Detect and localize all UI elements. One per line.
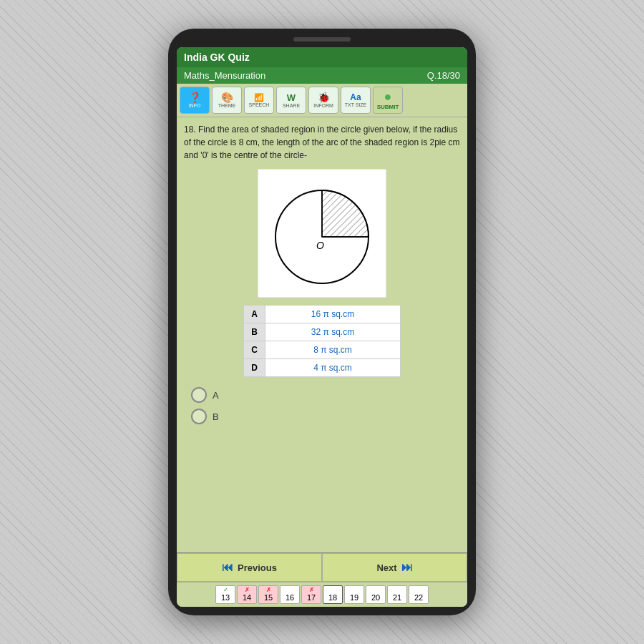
svg-text:O: O [316, 240, 324, 251]
question-numbers-bar: ✓ 13 ✗ 14 ✗ 15 16 ✗ 17 18 19 [177, 582, 467, 607]
option-c-letter: C [244, 341, 265, 359]
phone-screen: India GK Quiz Maths_Mensuration Q.18/30 … [177, 47, 467, 607]
submit-label: SUBMIT [377, 104, 399, 110]
next-label: Next [376, 562, 396, 573]
qnum-18[interactable]: 18 [323, 585, 343, 604]
speech-label: SPEECH [249, 102, 270, 107]
option-b-value: 32 π sq.cm [265, 323, 401, 341]
options-table: A 16 π sq.cm B 32 π sq.cm C 8 π sq.cm D … [243, 305, 401, 377]
qnum-13[interactable]: ✓ 13 [215, 585, 235, 604]
title-bar: India GK Quiz [177, 47, 467, 67]
theme-button[interactable]: 🎨 THEME [212, 87, 242, 114]
next-icon: ⏭ [401, 561, 413, 574]
subtitle-text: Maths_Mensuration [184, 70, 265, 81]
option-b-letter: B [244, 323, 265, 341]
qnum-20[interactable]: 20 [366, 585, 386, 604]
submit-icon: ● [384, 90, 392, 103]
radio-row-a: A [191, 387, 453, 403]
question-text: 18. Find the area of shaded region in th… [184, 123, 460, 162]
info-icon: ❓ [189, 92, 201, 102]
info-button[interactable]: ❓ INFO [180, 87, 210, 114]
qnum-14[interactable]: ✗ 14 [237, 585, 257, 604]
submit-button[interactable]: ● SUBMIT [373, 87, 403, 114]
option-d-letter: D [244, 359, 265, 377]
table-row: A 16 π sq.cm [244, 306, 401, 323]
qnum-21-num: 21 [393, 593, 401, 602]
txtsize-label: TXT SIZE [345, 102, 367, 107]
circle-svg: O [258, 169, 386, 298]
share-label: SHARE [283, 103, 300, 108]
table-row: C 8 π sq.cm [244, 341, 401, 359]
qnum-14-mark: ✗ [245, 587, 250, 593]
qnum-13-num: 13 [221, 593, 230, 602]
table-row: D 4 π sq.cm [244, 359, 401, 377]
previous-icon: ⏮ [222, 561, 233, 574]
option-a-value: 16 π sq.cm [265, 306, 401, 323]
qnum-16-num: 16 [286, 593, 294, 602]
radio-options: A B [184, 384, 460, 433]
qnum-15-mark: ✗ [266, 587, 271, 593]
qnum-17-mark: ✗ [309, 587, 314, 593]
qnum-22[interactable]: 22 [409, 585, 429, 604]
subtitle-bar: Maths_Mensuration Q.18/30 [177, 67, 467, 84]
inform-label: INFORM [313, 103, 333, 108]
qnum-13-mark: ✓ [223, 587, 228, 593]
qnum-17[interactable]: ✗ 17 [301, 585, 321, 604]
question-counter: Q.18/30 [427, 70, 460, 81]
share-button[interactable]: W SHARE [276, 87, 306, 114]
qnum-15[interactable]: ✗ 15 [258, 585, 278, 604]
theme-label: THEME [218, 103, 236, 108]
txtsize-button[interactable]: Aa TXT SIZE [341, 87, 371, 114]
option-d-value: 4 π sq.cm [265, 359, 401, 377]
radio-a-label: A [213, 390, 219, 401]
txtsize-icon: Aa [350, 93, 361, 102]
qnum-17-num: 17 [307, 593, 316, 602]
inform-icon: 🐞 [318, 92, 330, 102]
qnum-19-num: 19 [350, 593, 358, 602]
toolbar: ❓ INFO 🎨 THEME 📶 SPEECH W SHARE 🐞 INFORM… [177, 84, 467, 117]
radio-b[interactable] [191, 409, 207, 424]
qnum-21[interactable]: 21 [387, 585, 407, 604]
radio-row-b: B [191, 409, 453, 424]
share-icon: W [287, 93, 296, 102]
next-button[interactable]: Next ⏭ [322, 553, 467, 582]
qnum-15-num: 15 [264, 593, 273, 602]
option-a-letter: A [244, 306, 265, 323]
radio-b-label: B [213, 411, 219, 422]
speech-button[interactable]: 📶 SPEECH [244, 87, 274, 114]
previous-label: Previous [238, 562, 277, 573]
radio-a[interactable] [191, 387, 207, 403]
qnum-20-num: 20 [371, 593, 380, 602]
app-title: India GK Quiz [184, 52, 250, 63]
phone-frame: India GK Quiz Maths_Mensuration Q.18/30 … [168, 29, 476, 615]
circle-diagram: O [184, 169, 460, 298]
nav-bar: ⏮ Previous Next ⏭ [177, 552, 467, 582]
qnum-22-num: 22 [414, 593, 423, 602]
speech-icon: 📶 [254, 94, 264, 102]
phone-speaker [293, 37, 351, 42]
content-area: 18. Find the area of shaded region in th… [177, 117, 467, 552]
theme-icon: 🎨 [221, 92, 233, 102]
info-label: INFO [189, 103, 201, 108]
qnum-16[interactable]: 16 [280, 585, 300, 604]
table-row: B 32 π sq.cm [244, 323, 401, 341]
qnum-18-num: 18 [328, 593, 337, 602]
qnum-19[interactable]: 19 [344, 585, 364, 604]
previous-button[interactable]: ⏮ Previous [177, 553, 322, 582]
inform-button[interactable]: 🐞 INFORM [308, 87, 338, 114]
qnum-14-num: 14 [243, 593, 251, 602]
option-c-value: 8 π sq.cm [265, 341, 401, 359]
